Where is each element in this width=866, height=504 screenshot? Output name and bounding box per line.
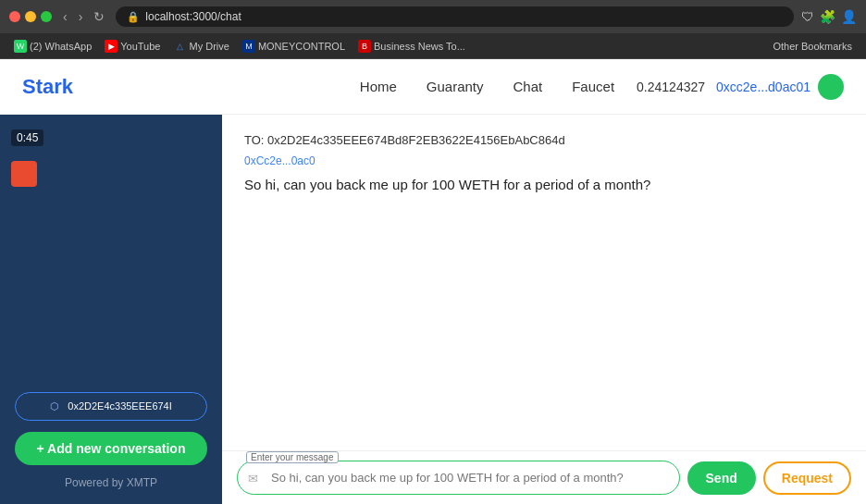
wallet-balance: 0.24124327 [637,80,705,94]
bookmark-youtube-label: YouTube [120,41,160,52]
profile-icon: 👤 [841,9,857,24]
drive-icon: △ [173,40,186,53]
window-controls [9,11,52,22]
message-input-wrapper: Enter your message ✉ [237,461,680,495]
bookmark-whatsapp[interactable]: W (2) WhatsApp [9,39,96,54]
sidebar: 0:45 ⬡ 0x2D2E4c335EEE674I + Add new conv… [0,115,222,504]
sidebar-address-button[interactable]: ⬡ 0x2D2E4c335EEE674I [15,392,207,421]
powered-by-label: Powered by XMTP [15,476,207,489]
back-button[interactable]: ‹ [59,7,71,26]
other-bookmarks-label: Other Bookmarks [773,41,852,52]
bookmark-businessnews[interactable]: B Business News To... [353,39,470,54]
sidebar-address-label: 0x2D2E4c335EEE674I [68,400,172,412]
lock-icon: 🔒 [127,11,140,23]
bookmark-bn-label: Business News To... [374,41,465,52]
envelope-icon: ✉ [248,471,258,485]
maximize-window-btn[interactable] [41,11,52,22]
send-button[interactable]: Send [687,461,756,495]
nav-guaranty[interactable]: Guaranty [427,79,484,94]
message-sender-address[interactable]: 0xCc2e...0ac0 [244,154,844,167]
bookmark-whatsapp-label: (2) WhatsApp [30,41,92,52]
user-avatar[interactable] [818,74,844,100]
wallet-address[interactable]: 0xcc2e...d0ac01 [716,80,810,94]
app-logo: Stark [22,75,73,99]
close-window-btn[interactable] [9,11,20,22]
message-text: So hi, can you back me up for 100 WETH f… [244,175,844,196]
whatsapp-icon: W [14,40,27,53]
extension-icon: 🧩 [820,9,835,24]
main-content: 0:45 ⬡ 0x2D2E4c335EEE674I + Add new conv… [0,115,866,504]
ethereum-icon: ⬡ [50,400,59,412]
message-input[interactable] [237,461,680,495]
bookmark-moneycontrol[interactable]: M MONEYCONTROL [238,39,350,54]
nav-home[interactable]: Home [360,79,397,94]
other-bookmarks[interactable]: Other Bookmarks [768,40,857,53]
bookmarks-bar: W (2) WhatsApp ▶ YouTube △ My Drive M MO… [0,33,866,59]
address-bar[interactable]: 🔒 localhost:3000/chat [116,6,794,27]
add-conversation-label: + Add new conversation [37,441,186,456]
input-label: Enter your message [246,451,339,463]
request-button[interactable]: Request [763,461,851,495]
bookmark-drive[interactable]: △ My Drive [168,39,233,54]
bn-icon: B [358,40,371,53]
forward-button[interactable]: › [75,7,87,26]
chat-input-area: Enter your message ✉ Send Request [222,450,866,504]
sidebar-orange-btn[interactable] [11,161,37,187]
navbar: Stark Home Guaranty Chat Faucet 0.241243… [0,59,866,115]
add-conversation-button[interactable]: + Add new conversation [15,432,207,465]
nav-links: Home Guaranty Chat Faucet [360,79,614,94]
bookmark-drive-label: My Drive [189,41,229,52]
message-to-address: TO: 0x2D2E4c335EEE674Bd8F2EB3622E4156EbA… [244,133,844,147]
browser-action-icons: 🛡 🧩 👤 [801,9,857,24]
bookmark-mc-label: MONEYCONTROL [258,41,345,52]
url-text: localhost:3000/chat [145,10,241,23]
mc-icon: M [242,40,255,53]
shield-icon: 🛡 [801,9,814,24]
app: Stark Home Guaranty Chat Faucet 0.241243… [0,59,866,504]
sidebar-time: 0:45 [11,129,43,146]
bookmark-youtube[interactable]: ▶ YouTube [100,39,165,54]
browser-chrome: ‹ › ↻ 🔒 localhost:3000/chat 🛡 🧩 👤 W (2) … [0,0,866,59]
nav-buttons: ‹ › ↻ [59,7,108,26]
nav-chat[interactable]: Chat [513,79,543,94]
minimize-window-btn[interactable] [25,11,36,22]
chat-message-area: TO: 0x2D2E4c335EEE674Bd8F2EB3622E4156EbA… [222,115,866,450]
chat-area: TO: 0x2D2E4c335EEE674Bd8F2EB3622E4156EbA… [222,115,866,504]
browser-toolbar: ‹ › ↻ 🔒 localhost:3000/chat 🛡 🧩 👤 [0,0,866,33]
nav-faucet[interactable]: Faucet [572,79,614,94]
youtube-icon: ▶ [105,40,118,53]
reload-button[interactable]: ↻ [90,7,108,26]
